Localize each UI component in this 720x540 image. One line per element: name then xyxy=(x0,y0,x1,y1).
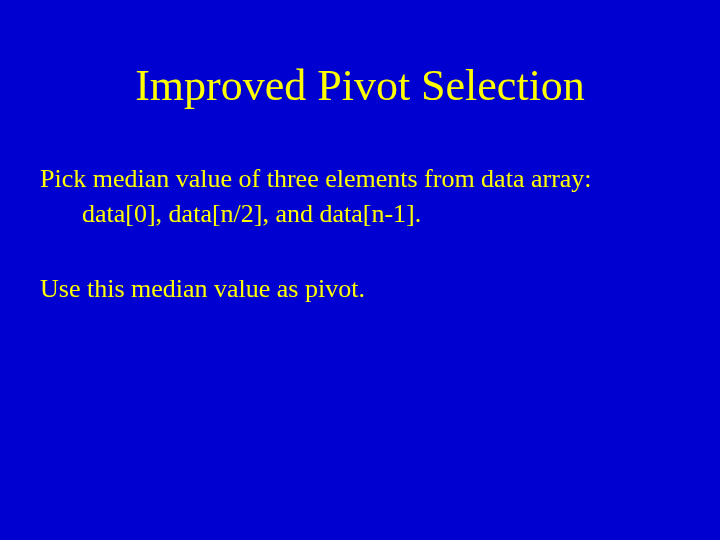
paragraph-2: Use this median value as pivot. xyxy=(40,271,680,306)
slide: Improved Pivot Selection Pick median val… xyxy=(0,0,720,540)
p1-line1: Pick median value of three elements from… xyxy=(40,164,592,193)
p1-line2: data[0], data[n/2], and data[n-1]. xyxy=(40,196,680,231)
paragraph-1: Pick median value of three elements from… xyxy=(40,161,680,231)
slide-title: Improved Pivot Selection xyxy=(40,60,680,111)
slide-content: Pick median value of three elements from… xyxy=(40,161,680,306)
